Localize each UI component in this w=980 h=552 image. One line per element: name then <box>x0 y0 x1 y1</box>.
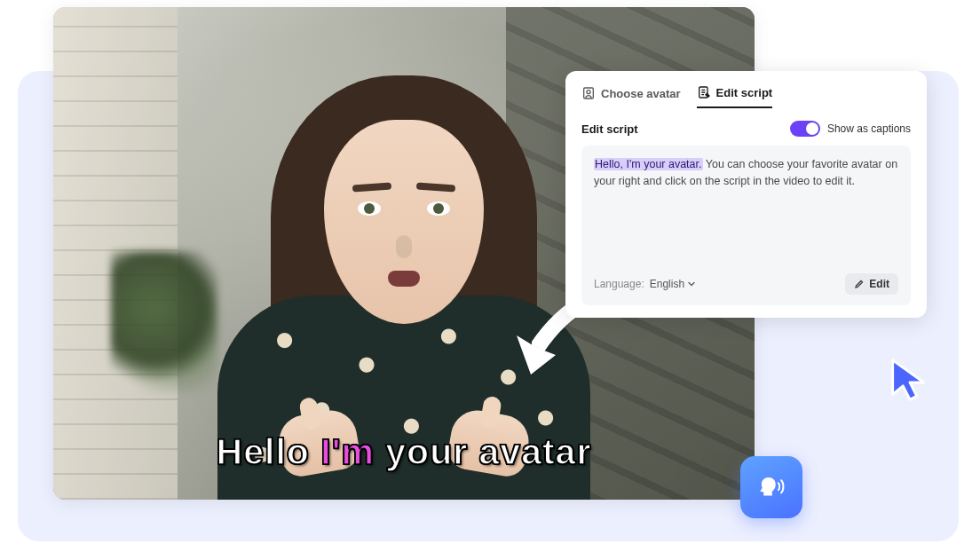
script-textarea[interactable]: Hello, I'm your avatar. You can choose y… <box>581 146 911 305</box>
captions-toggle[interactable] <box>790 121 820 137</box>
tab-choose-avatar-label: Choose avatar <box>601 87 681 100</box>
edit-button[interactable]: Edit <box>845 273 898 295</box>
voice-badge[interactable] <box>740 456 802 518</box>
script-text-content: Hello, I'm your avatar. You can choose y… <box>594 156 898 263</box>
panel-tabs: Choose avatar Edit script <box>581 85 911 108</box>
script-icon <box>697 85 711 99</box>
caption-word-1: Hello <box>217 431 310 472</box>
caption-word-highlight: I'm <box>320 431 375 472</box>
section-label: Edit script <box>581 122 638 136</box>
language-dropdown[interactable]: English <box>650 278 696 290</box>
pencil-icon <box>854 279 865 289</box>
edit-script-panel: Choose avatar Edit script Edit script Sh… <box>565 71 927 318</box>
captions-toggle-label: Show as captions <box>827 122 911 135</box>
avatar-icon <box>581 86 596 100</box>
chevron-down-icon <box>687 280 696 288</box>
speaking-head-icon <box>755 470 788 504</box>
caption-word-4: avatar <box>479 431 592 472</box>
caption-word-3: your <box>385 431 468 472</box>
language-selector: Language: English <box>594 278 696 290</box>
script-highlight: Hello, I'm your avatar. <box>594 158 703 170</box>
tab-edit-script-label: Edit script <box>716 86 773 99</box>
tab-choose-avatar[interactable]: Choose avatar <box>581 85 681 108</box>
svg-point-1 <box>587 91 590 94</box>
tab-edit-script[interactable]: Edit script <box>697 85 773 108</box>
video-caption: Hello I'm your avatar <box>53 431 755 473</box>
language-label: Language: <box>594 278 644 290</box>
edit-button-label: Edit <box>869 278 889 290</box>
language-value: English <box>650 278 684 290</box>
